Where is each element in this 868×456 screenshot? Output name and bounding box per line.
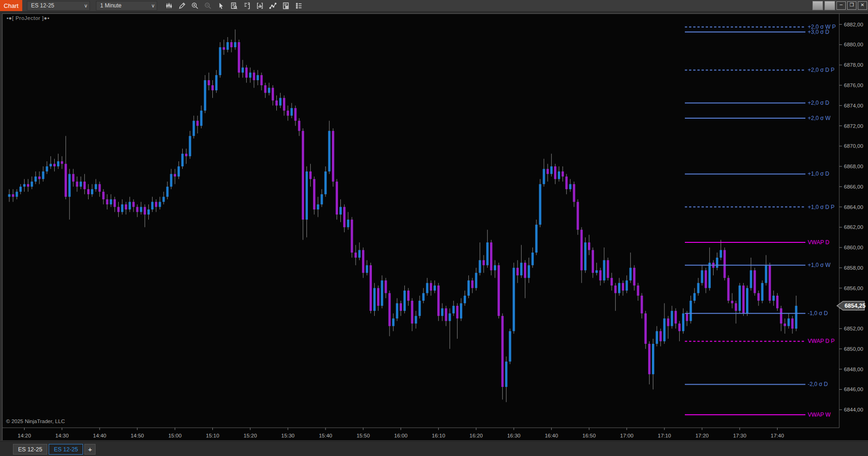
workspace-button-icon[interactable] [812, 1, 823, 10]
instrument-selector[interactable]: ES 12-25 ∨ [27, 1, 90, 11]
drawing-tools-pencil-icon[interactable] [177, 0, 187, 11]
candle-body [174, 174, 176, 176]
candle-body [317, 204, 319, 209]
candle-body [110, 199, 112, 204]
candle-body [185, 154, 187, 156]
candle-body [471, 280, 473, 288]
current-price-value: 6854,25 [844, 303, 865, 309]
workspace-button-icon[interactable] [824, 1, 835, 10]
candle-body [467, 280, 470, 296]
candle-body [50, 164, 52, 166]
chart-plot-area[interactable]: 6882,006880,006878,006876,006874,006872,… [0, 0, 868, 456]
drawing-objects-icon[interactable] [268, 0, 278, 11]
bars-type-icon[interactable] [164, 0, 174, 11]
close-button[interactable]: ✕ [858, 1, 867, 10]
candle-body [498, 265, 500, 316]
candle-body [490, 242, 492, 270]
interval-selector[interactable]: 1 Minute ∨ [96, 1, 157, 11]
candle-body [682, 313, 684, 331]
candle-body [746, 288, 748, 314]
zoom-out-icon[interactable] [203, 0, 213, 11]
price-axis-label: 6870,00 [844, 143, 863, 149]
candle-body [562, 171, 564, 177]
candle-body [697, 283, 699, 293]
candle-body [765, 265, 767, 283]
candle-body [370, 265, 372, 310]
candle-body [121, 204, 123, 212]
candle-body [147, 209, 150, 215]
candle-body [460, 303, 462, 318]
candle-body [584, 242, 587, 270]
candle-body [98, 184, 101, 191]
candle-body [392, 318, 395, 326]
tab-es-12-25[interactable]: ES 12-25 [13, 444, 47, 455]
candle-body [95, 184, 97, 189]
candle-body [592, 250, 594, 273]
indicators-icon[interactable] [255, 0, 265, 11]
candle-body [151, 202, 153, 209]
zoom-in-icon[interactable] [190, 0, 200, 11]
candle-body [716, 258, 718, 268]
candle-body [509, 331, 511, 362]
candle-body [735, 303, 737, 310]
level-label: +2,0 σ D [808, 100, 830, 106]
candle-body [291, 108, 293, 115]
candle-body [72, 174, 75, 181]
candle-body [629, 268, 632, 280]
candle-body [475, 273, 477, 288]
candle-body [128, 202, 131, 209]
time-axis-label: 17:00 [620, 433, 633, 438]
candle-body [565, 177, 568, 189]
candle-body [543, 169, 545, 184]
candle-body [739, 285, 741, 311]
candle-body [663, 318, 665, 341]
tab-es-12-25-active[interactable]: ES 12-25 [49, 444, 83, 455]
level-label: +1,0 σ D P [808, 204, 835, 210]
maximize-button[interactable]: ❐ [847, 1, 856, 10]
candle-body [16, 192, 18, 197]
data-box-icon[interactable] [229, 0, 239, 11]
candle-body [362, 250, 364, 273]
chart-trader-icon[interactable] [242, 0, 252, 11]
candle-body [385, 280, 387, 293]
add-tab-button[interactable]: + [84, 444, 96, 455]
candle-body [61, 161, 63, 164]
minimize-button[interactable]: ─ [836, 1, 846, 10]
chart-menu-button[interactable]: Chart [0, 0, 22, 11]
candle-body [91, 189, 93, 194]
candle-body [27, 184, 29, 186]
candle-body [686, 313, 688, 321]
candle-body [581, 230, 583, 271]
price-axis-label: 6864,00 [844, 204, 863, 210]
candle-body [622, 283, 624, 291]
candle-body [445, 308, 447, 321]
time-axis-label: 17:10 [657, 433, 671, 438]
interval-value: 1 Minute [100, 2, 147, 9]
price-axis-label: 6866,00 [844, 184, 863, 190]
candle-body [211, 85, 214, 90]
candle-body [791, 318, 793, 329]
level-label: VWAP D P [808, 338, 835, 344]
time-axis-label: 14:40 [93, 433, 106, 438]
candle-body [569, 184, 571, 189]
candle-body [434, 285, 436, 291]
cursor-icon[interactable] [216, 0, 226, 11]
candle-body [208, 80, 210, 85]
candle-body [426, 283, 428, 293]
candle-body [381, 280, 383, 306]
level-label: +3,0 σ D [808, 29, 830, 35]
candle-body [641, 296, 643, 313]
candle-body [253, 73, 255, 80]
level-label: +1,0 σ W [808, 262, 831, 268]
strategies-icon[interactable] [281, 0, 291, 11]
candle-body [256, 75, 259, 80]
time-axis-label: 17:30 [733, 433, 747, 438]
candle-body [547, 169, 549, 174]
candle-body [355, 253, 357, 258]
price-axis-label: 6846,00 [844, 386, 863, 392]
candle-body [83, 182, 86, 189]
ninjatrader-chart-window: Chart ES 12-25 ∨ 1 Minute ∨ [0, 0, 868, 456]
price-axis-label: 6880,00 [844, 42, 863, 47]
properties-list-icon[interactable] [294, 0, 304, 11]
candle-body [12, 194, 14, 196]
